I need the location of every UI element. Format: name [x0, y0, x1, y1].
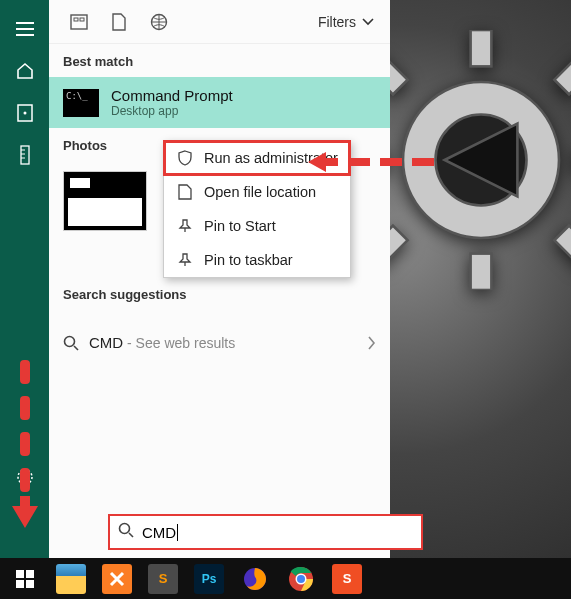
- svg-rect-17: [80, 18, 84, 21]
- taskbar-app-sublime[interactable]: S: [140, 559, 186, 599]
- best-match-subtitle: Desktop app: [111, 104, 233, 118]
- documents-filter-icon[interactable]: [99, 2, 139, 42]
- pin-icon: [176, 251, 194, 269]
- svg-rect-7: [554, 54, 571, 94]
- search-input-box[interactable]: CMD: [108, 514, 423, 550]
- file-icon: [176, 183, 194, 201]
- menu-pin-to-start[interactable]: Pin to Start: [164, 209, 350, 243]
- chevron-right-icon: [368, 336, 376, 350]
- search-top-row: Filters: [49, 0, 390, 44]
- svg-point-20: [120, 524, 130, 534]
- suggestion-extra: - See web results: [123, 335, 235, 351]
- search-input-value: CMD: [142, 524, 176, 541]
- best-match-title: Command Prompt: [111, 87, 233, 104]
- suggestion-term: CMD: [89, 334, 123, 351]
- filters-dropdown[interactable]: Filters: [312, 10, 380, 34]
- svg-rect-25: [20, 396, 30, 420]
- svg-point-11: [23, 112, 26, 115]
- menu-label: Open file location: [204, 184, 316, 200]
- cmd-thumbnail: C:\_: [63, 89, 99, 117]
- svg-rect-27: [20, 468, 30, 492]
- web-filter-icon[interactable]: [139, 2, 179, 42]
- svg-point-35: [297, 575, 305, 583]
- svg-rect-12: [21, 146, 29, 164]
- best-match-heading: Best match: [49, 44, 390, 77]
- svg-rect-24: [20, 360, 30, 384]
- start-button[interactable]: [2, 559, 48, 599]
- taskbar: S Ps S: [0, 558, 571, 599]
- svg-rect-3: [471, 254, 492, 290]
- apps-filter-icon[interactable]: [59, 2, 99, 42]
- menu-label: Pin to taskbar: [204, 252, 293, 268]
- recent-icon[interactable]: [1, 92, 49, 134]
- pin-icon: [176, 217, 194, 235]
- svg-rect-22: [380, 158, 402, 166]
- svg-rect-21: [348, 158, 370, 166]
- search-main: Filters Best match C:\_ Command Prompt D…: [49, 0, 390, 558]
- menu-label: Pin to Start: [204, 218, 276, 234]
- taskbar-app-xampp[interactable]: [94, 559, 140, 599]
- taskbar-app-firefox[interactable]: [232, 559, 278, 599]
- taskbar-app-explorer[interactable]: [48, 559, 94, 599]
- search-suggestions-heading: Search suggestions: [49, 277, 390, 310]
- svg-rect-9: [554, 226, 571, 266]
- best-match-result[interactable]: C:\_ Command Prompt Desktop app: [49, 77, 390, 128]
- menu-pin-to-taskbar[interactable]: Pin to taskbar: [164, 243, 350, 277]
- svg-rect-16: [74, 18, 78, 21]
- menu-open-file-location[interactable]: Open file location: [164, 175, 350, 209]
- svg-point-19: [65, 336, 75, 346]
- svg-rect-30: [16, 580, 24, 588]
- search-icon: [118, 522, 134, 542]
- search-icon: [63, 335, 79, 351]
- photo-result-thumb[interactable]: [63, 171, 147, 231]
- start-search-panel: Filters Best match C:\_ Command Prompt D…: [0, 0, 390, 558]
- taskbar-app-chrome[interactable]: [278, 559, 324, 599]
- ruler-icon[interactable]: [1, 134, 49, 176]
- web-suggestion-row[interactable]: CMD - See web results: [63, 324, 376, 361]
- svg-rect-26: [20, 432, 30, 456]
- shield-icon: [176, 149, 194, 167]
- svg-rect-23: [412, 158, 434, 166]
- text-caret: [177, 524, 178, 541]
- menu-icon[interactable]: [1, 8, 49, 50]
- taskbar-app-snagit[interactable]: S: [324, 559, 370, 599]
- svg-rect-29: [26, 570, 34, 578]
- svg-rect-2: [471, 30, 492, 66]
- chevron-down-icon: [362, 18, 374, 26]
- svg-rect-28: [16, 570, 24, 578]
- annotation-arrow-vertical: [10, 360, 40, 530]
- filters-label: Filters: [318, 14, 356, 30]
- taskbar-app-photoshop[interactable]: Ps: [186, 559, 232, 599]
- annotation-arrow-horizontal: [308, 152, 438, 172]
- svg-rect-31: [26, 580, 34, 588]
- svg-rect-15: [71, 15, 87, 29]
- home-icon[interactable]: [1, 50, 49, 92]
